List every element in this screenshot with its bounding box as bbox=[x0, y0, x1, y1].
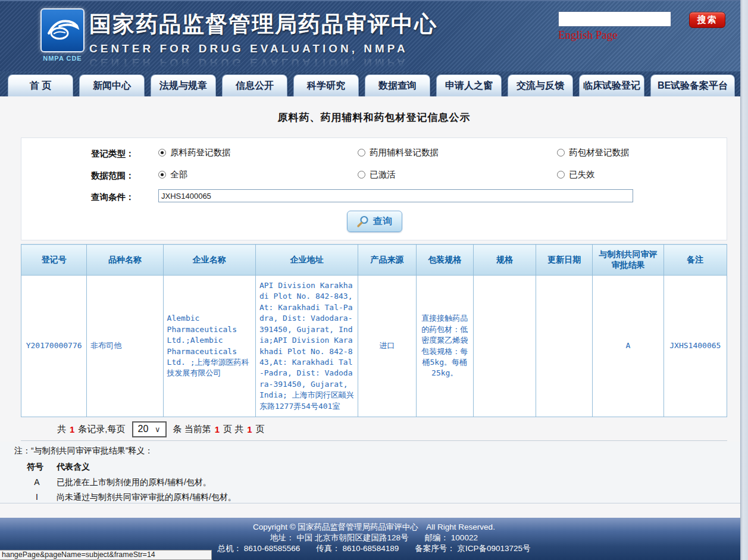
cell-spec bbox=[473, 276, 536, 417]
results-table: 登记号 品种名称 企业名称 企业地址 产品来源 包装规格 规格 更新日期 与制剂… bbox=[21, 244, 727, 417]
site-title-en: CENTER FOR DRUG EVALUATION, NMPA bbox=[89, 42, 437, 55]
col-header-product-source: 产品来源 bbox=[358, 245, 416, 276]
cell-company-address: API Division Karakhadi Plot No. 842-843,… bbox=[255, 276, 358, 417]
nav-tab-info-disclosure[interactable]: 信息公开 bbox=[222, 74, 287, 96]
col-header-update-date: 更新日期 bbox=[536, 245, 593, 276]
query-submit-button[interactable]: 查询 bbox=[347, 211, 402, 232]
radio-icon[interactable] bbox=[358, 171, 365, 179]
header-search-input[interactable] bbox=[558, 11, 671, 27]
pagination-after-select: 条 当前第 bbox=[173, 424, 211, 435]
radio-option-activated[interactable]: 已激活 bbox=[358, 169, 396, 180]
nav-tab-home[interactable]: 首 页 bbox=[8, 74, 73, 96]
pagination-total-pages: 1 bbox=[247, 424, 252, 434]
site-title-en-reflection: CENTER FOR DRUG EVALUATION, NMPA bbox=[89, 56, 437, 69]
pagination-tail: 页 bbox=[256, 424, 265, 435]
col-header-remark: 备注 bbox=[664, 245, 727, 276]
nav-tab-science[interactable]: 科学研究 bbox=[293, 74, 359, 96]
note-title: 注：“与制剂共同审评审批结果”释义： bbox=[14, 446, 153, 456]
cell-packaging-spec: 直接接触药品的药包材：低密度聚乙烯袋包装规格：每桶5kg。每桶25kg。 bbox=[416, 276, 473, 417]
pagination-between: 页 共 bbox=[223, 424, 243, 435]
note-symbol-a: A bbox=[27, 477, 47, 487]
nav-tab-news[interactable]: 新闻中心 bbox=[79, 74, 145, 96]
per-page-value: 20 bbox=[138, 424, 149, 434]
col-header-reg-number: 登记号 bbox=[21, 245, 87, 276]
radio-icon[interactable] bbox=[358, 149, 365, 157]
magnifier-icon bbox=[356, 215, 370, 228]
footer-address: 地址： 中国 北京市朝阳区建国路128号 邮编： 100022 bbox=[0, 533, 748, 543]
col-header-joint-review-result: 与制剂共同审评审批结果 bbox=[593, 245, 664, 276]
site-title-cn: 国家药品监督管理局药品审评中心 bbox=[89, 10, 437, 39]
scope-label: 数据范围： bbox=[91, 170, 134, 182]
cell-joint-review-result: A bbox=[593, 276, 664, 417]
pagination-per-label: 条记录,每页 bbox=[78, 424, 125, 435]
table-header-row: 登记号 品种名称 企业名称 企业地址 产品来源 包装规格 规格 更新日期 与制剂… bbox=[21, 245, 727, 276]
col-header-company-name: 企业名称 bbox=[163, 245, 255, 276]
nav-tab-be-platform[interactable]: BE试验备案平台 bbox=[650, 74, 735, 96]
radio-icon[interactable] bbox=[557, 149, 565, 157]
col-header-product-name: 品种名称 bbox=[87, 245, 163, 276]
radio-icon[interactable] bbox=[557, 171, 565, 179]
content-area: 原料药、药用辅料和药包材登记信息公示 登记类型： 原料药登记数据 药用辅料登记数… bbox=[0, 96, 748, 518]
logo-caption: NMPA CDE bbox=[39, 55, 86, 62]
radio-option-api-data[interactable]: 原料药登记数据 bbox=[158, 147, 231, 158]
radio-icon-selected[interactable] bbox=[158, 171, 166, 179]
site-header: NMPA CDE 国家药品监督管理局药品审评中心 CENTER FOR DRUG… bbox=[0, 0, 748, 71]
radio-option-packaging-data[interactable]: 药包材登记数据 bbox=[557, 147, 630, 158]
nav-tab-data-query[interactable]: 数据查询 bbox=[365, 74, 430, 96]
note-symbol-i: I bbox=[27, 492, 47, 502]
query-condition-input[interactable] bbox=[158, 189, 633, 202]
cde-logo: NMPA CDE bbox=[39, 8, 86, 62]
vertical-scrollbar[interactable] bbox=[740, 0, 748, 560]
cde-logo-icon bbox=[40, 8, 84, 52]
nav-tab-feedback[interactable]: 交流与反馈 bbox=[508, 74, 573, 96]
cell-company-name: Alembic Pharmaceuticals Ltd.;Alembic Pha… bbox=[163, 276, 255, 417]
radio-option-expired[interactable]: 已失效 bbox=[557, 169, 595, 180]
english-page-link[interactable]: English Page bbox=[558, 29, 618, 42]
query-form-panel: 登记类型： 原料药登记数据 药用辅料登记数据 药包材登记数据 数据范围： 全部 bbox=[21, 137, 727, 240]
page-title: 原料药、药用辅料和药包材登记信息公示 bbox=[0, 111, 748, 124]
nav-tab-clinical-trial[interactable]: 临床试验登记 bbox=[579, 74, 644, 96]
cell-remark: JXHS1400065 bbox=[664, 276, 727, 417]
note-meaning-i: 尚未通过与制剂共同审评审批的原料/辅料/包材。 bbox=[57, 492, 236, 503]
cell-product-source: 进口 bbox=[358, 276, 416, 417]
swoosh-fish-icon bbox=[45, 15, 80, 45]
pagination-total-prefix: 共 bbox=[57, 424, 66, 435]
dropdown-caret-icon: ∨ bbox=[155, 425, 161, 434]
radio-icon-selected[interactable] bbox=[158, 149, 166, 157]
query-condition-label: 查询条件： bbox=[91, 192, 134, 203]
pagination-total-count: 1 bbox=[70, 424, 74, 434]
note-col-symbol: 符号 bbox=[27, 462, 43, 473]
radio-option-all[interactable]: 全部 bbox=[158, 169, 187, 180]
browser-status-tooltip: hangePage&pageName=subject&frameStr=14 bbox=[0, 550, 212, 560]
per-page-select[interactable]: 20 ∨ bbox=[132, 421, 167, 437]
col-header-spec: 规格 bbox=[473, 245, 536, 276]
pagination-current-page: 1 bbox=[215, 424, 220, 434]
note-col-meaning: 代表含义 bbox=[57, 462, 90, 473]
pagination-bar: 共 1 条记录,每页 20 ∨ 条 当前第 1 页 共 1 页 bbox=[21, 418, 727, 441]
main-navbar: 首 页 新闻中心 法规与规章 信息公开 科学研究 数据查询 申请人之窗 交流与反… bbox=[0, 71, 748, 96]
cell-reg-number: Y20170000776 bbox=[21, 276, 87, 417]
site-title-block: 国家药品监督管理局药品审评中心 CENTER FOR DRUG EVALUATI… bbox=[89, 10, 437, 69]
cell-product-name: 非布司他 bbox=[87, 276, 163, 417]
col-header-packaging-spec: 包装规格 bbox=[416, 245, 473, 276]
radio-option-excipient-data[interactable]: 药用辅料登记数据 bbox=[358, 147, 439, 158]
cell-update-date bbox=[536, 276, 593, 417]
nav-tab-applicant-window[interactable]: 申请人之窗 bbox=[436, 74, 502, 96]
page: NMPA CDE 国家药品监督管理局药品审评中心 CENTER FOR DRUG… bbox=[0, 0, 748, 560]
footer-copyright: Copyright © 国家药品监督管理局药品审评中心 All Right Re… bbox=[0, 522, 748, 533]
reg-type-label: 登记类型： bbox=[91, 148, 134, 159]
table-row: Y20170000776 非布司他 Alembic Pharmaceutical… bbox=[21, 276, 727, 417]
nav-tab-regulations[interactable]: 法规与规章 bbox=[151, 74, 216, 96]
legend-notes: 注：“与制剂共同审评审批结果”释义： 符号 代表含义 A 已批准在上市制剂使用的… bbox=[0, 442, 748, 503]
header-search-button[interactable]: 搜索 bbox=[689, 12, 725, 28]
col-header-company-address: 企业地址 bbox=[255, 245, 358, 276]
note-meaning-a: 已批准在上市制剂使用的原料/辅料/包材。 bbox=[57, 477, 211, 488]
